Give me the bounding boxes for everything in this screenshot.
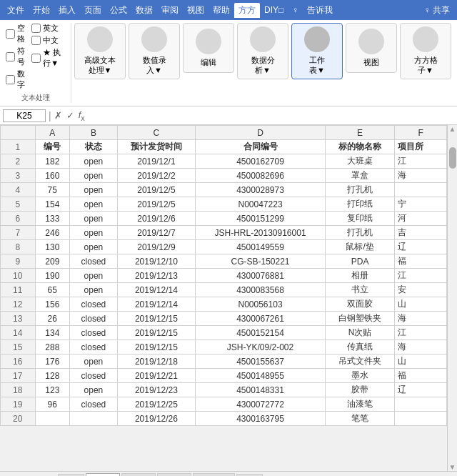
cell-c6[interactable]: 2019/12/6 <box>117 212 195 226</box>
cell-d5[interactable]: N00047223 <box>196 197 326 212</box>
menu-file[interactable]: 文件 <box>3 3 29 18</box>
cell-e8[interactable]: 鼠标/垫 <box>326 240 395 254</box>
col-header-d[interactable]: D <box>196 126 326 140</box>
menu-diy[interactable]: DIY□ <box>260 4 288 16</box>
function-icon[interactable]: fx <box>79 109 85 122</box>
cell-e14[interactable]: N次贴 <box>326 326 395 340</box>
cell-d18[interactable]: 4500148331 <box>196 383 326 397</box>
sheet-tab-october[interactable]: 十月 <box>157 473 191 477</box>
cell-e12[interactable]: 双面胶 <box>326 297 395 312</box>
cell-d19[interactable]: 4300072772 <box>196 397 326 412</box>
sheet-tab-november[interactable]: 十一月 <box>193 473 235 477</box>
col-header-f[interactable]: F <box>395 126 447 140</box>
menu-icon1[interactable]: ♀ <box>288 4 303 16</box>
cell-a20[interactable] <box>35 412 70 426</box>
cell-b7[interactable]: open <box>70 226 118 240</box>
cell-f18[interactable]: 辽 <box>395 383 447 397</box>
cell-e13[interactable]: 白钢塑铁夹 <box>326 312 395 326</box>
cell-c15[interactable]: 2019/12/15 <box>117 340 195 354</box>
cell-b8[interactable]: open <box>70 240 118 254</box>
chk-symbol-input[interactable] <box>6 52 15 61</box>
cell-a6[interactable]: 133 <box>35 212 70 226</box>
cell-e16[interactable]: 吊式文件夹 <box>326 354 395 369</box>
cell-b9[interactable]: closed <box>70 254 118 269</box>
cell-f3[interactable]: 海 <box>395 169 447 183</box>
cell-e17[interactable]: 墨水 <box>326 369 395 383</box>
cell-b15[interactable]: closed <box>70 340 118 354</box>
menu-formula[interactable]: 公式 <box>106 3 131 18</box>
btn-advanced-text[interactable]: 高级文本处理▼ <box>74 23 126 79</box>
cell-a2[interactable]: 182 <box>35 154 70 169</box>
cell-e10[interactable]: 相册 <box>326 269 395 283</box>
col-header-c[interactable]: C <box>117 126 195 140</box>
cell-d17[interactable]: 4500148955 <box>196 369 326 383</box>
cell-b5[interactable]: open <box>70 197 118 212</box>
btn-data-entry[interactable]: 数值录入▼ <box>129 23 180 79</box>
cell-f20[interactable] <box>395 412 447 426</box>
cell-c10[interactable]: 2019/12/13 <box>117 269 195 283</box>
cell-f15[interactable]: 海 <box>395 340 447 354</box>
cell-c5[interactable]: 2019/12/5 <box>117 197 195 212</box>
col-header-a[interactable]: A <box>35 126 70 140</box>
cell-b14[interactable]: closed <box>70 326 118 340</box>
cell-c19[interactable]: 2019/12/25 <box>117 397 195 412</box>
chk-number[interactable]: 数字 <box>6 69 26 90</box>
chk-space[interactable]: 空格 <box>6 23 26 44</box>
cell-d10[interactable]: 4300076881 <box>196 269 326 283</box>
btn-ffgz[interactable]: 方方格子▼ <box>400 23 451 79</box>
cell-c2[interactable]: 2019/12/1 <box>117 154 195 169</box>
cell-c14[interactable]: 2019/12/15 <box>117 326 195 340</box>
formula-input[interactable] <box>91 111 454 121</box>
cell-a12[interactable]: 156 <box>35 297 70 312</box>
cell-e18[interactable]: 胶带 <box>326 383 395 397</box>
cell-b13[interactable]: closed <box>70 312 118 326</box>
cell-d1[interactable]: 合同编号 <box>196 140 326 154</box>
cell-f5[interactable]: 宁 <box>395 197 447 212</box>
chk-chinese[interactable]: 中文 <box>31 35 65 46</box>
cell-a4[interactable]: 75 <box>35 183 70 197</box>
menu-page[interactable]: 页面 <box>80 3 106 18</box>
col-header-b[interactable]: B <box>70 126 118 140</box>
cell-c12[interactable]: 2019/12/14 <box>117 297 195 312</box>
cell-c8[interactable]: 2019/12/9 <box>117 240 195 254</box>
menu-tellme[interactable]: 告诉我 <box>303 3 337 18</box>
scroll-up[interactable]: ▲ <box>449 125 456 133</box>
menu-insert[interactable]: 插入 <box>54 3 80 18</box>
cell-f8[interactable]: 辽 <box>395 240 447 254</box>
cell-b19[interactable]: closed <box>70 397 118 412</box>
cell-f9[interactable]: 福 <box>395 254 447 269</box>
scroll-down[interactable]: ▼ <box>449 463 456 471</box>
menu-share[interactable]: ♀ 共享 <box>420 3 454 18</box>
menu-data[interactable]: 数据 <box>131 3 157 18</box>
cell-d8[interactable]: 4500149559 <box>196 240 326 254</box>
cell-b6[interactable]: open <box>70 212 118 226</box>
cell-b11[interactable]: open <box>70 283 118 297</box>
cell-c4[interactable]: 2019/12/5 <box>117 183 195 197</box>
cell-e7[interactable]: 打孔机 <box>326 226 395 240</box>
cell-f16[interactable]: 山 <box>395 354 447 369</box>
cell-c16[interactable]: 2019/12/18 <box>117 354 195 369</box>
cell-b17[interactable]: closed <box>70 369 118 383</box>
chk-symbol[interactable]: 符号 <box>6 46 26 67</box>
btn-data-analysis[interactable]: 数据分析▼ <box>237 23 288 79</box>
cell-b1[interactable]: 状态 <box>70 140 118 154</box>
cell-a3[interactable]: 160 <box>35 169 70 183</box>
cell-a11[interactable]: 65 <box>35 283 70 297</box>
cell-d14[interactable]: 4500152154 <box>196 326 326 340</box>
cancel-icon[interactable]: ✗ <box>54 110 62 121</box>
cell-b2[interactable]: open <box>70 154 118 169</box>
cell-c17[interactable]: 2019/12/21 <box>117 369 195 383</box>
cell-e15[interactable]: 传真纸 <box>326 340 395 354</box>
cell-e6[interactable]: 复印纸 <box>326 212 395 226</box>
btn-worksheet[interactable]: 工作表▼ <box>291 23 343 79</box>
btn-view[interactable]: 视图 <box>346 23 397 73</box>
cell-f17[interactable]: 福 <box>395 369 447 383</box>
sheet-tab-september[interactable]: 九月 <box>121 473 156 477</box>
cell-f11[interactable]: 安 <box>395 283 447 297</box>
btn-edit[interactable]: 编辑 <box>183 23 234 73</box>
cell-d13[interactable]: 4300067261 <box>196 312 326 326</box>
cell-a8[interactable]: 130 <box>35 240 70 254</box>
chk-execute-input[interactable] <box>31 54 41 63</box>
cell-b10[interactable]: open <box>70 269 118 283</box>
cell-d15[interactable]: JSH-YK/09/2-002 <box>196 340 326 354</box>
